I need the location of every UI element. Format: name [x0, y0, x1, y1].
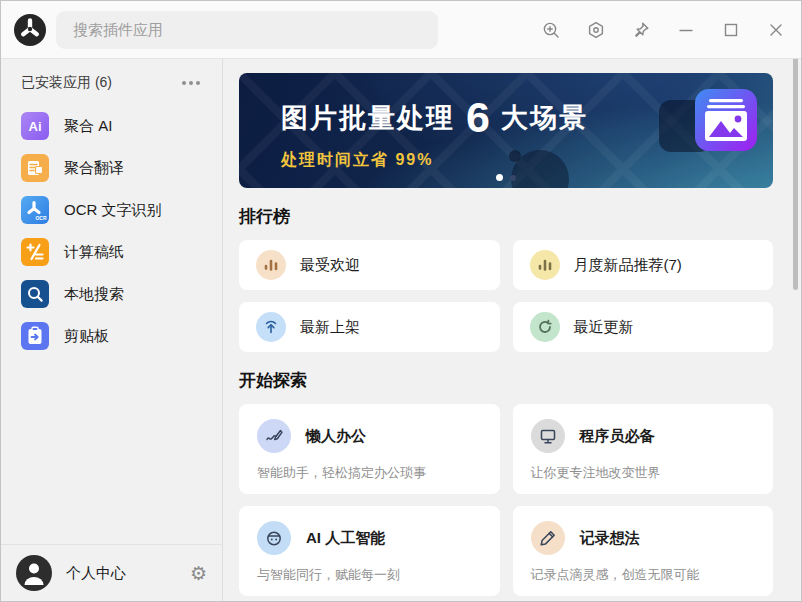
personal-center-label[interactable]: 个人中心 [66, 564, 126, 583]
sidebar-item-juhe-fanyi[interactable]: 聚合翻译 [1, 147, 222, 189]
rank-card-recently-updated[interactable]: 最近更新 [513, 302, 774, 352]
explore-card-desc: 记录点滴灵感，创造无限可能 [531, 566, 756, 584]
explore-card-grid: 懒人办公 智能助手，轻松搞定办公琐事 程序员必备 让你更专注地改变世界 [239, 404, 773, 596]
maximize-icon[interactable] [721, 20, 741, 40]
explore-card-label: 懒人办公 [306, 427, 366, 446]
pencil-icon [531, 521, 565, 555]
sidebar-item-jisuan-gaozhi[interactable]: 计算稿纸 [1, 231, 222, 273]
more-options-icon[interactable] [180, 77, 202, 89]
explore-card-label: 程序员必备 [580, 427, 655, 446]
explore-card-lazy-office[interactable]: 懒人办公 智能助手，轻松搞定办公琐事 [239, 404, 500, 494]
zoom-in-icon[interactable] [541, 20, 561, 40]
rank-card-label: 最新上架 [300, 318, 360, 337]
explore-card-desc: 智能助手，轻松搞定办公琐事 [257, 464, 482, 482]
top-bar [1, 1, 801, 59]
explore-card-desc: 与智能同行，赋能每一刻 [257, 566, 482, 584]
settings-hexagon-icon[interactable] [586, 20, 606, 40]
carousel-dot-active[interactable] [496, 174, 503, 181]
sidebar-item-label: OCR 文字识别 [64, 201, 162, 220]
sidebar-item-jiantieban[interactable]: 剪贴板 [1, 315, 222, 357]
banner-title-number: 6 [466, 96, 490, 139]
rank-card-label: 最受欢迎 [300, 256, 360, 275]
sidebar-item-juhe-ai[interactable]: Ai 聚合 AI [1, 105, 222, 147]
local-search-badge-icon [21, 280, 49, 308]
translate-badge-icon [21, 154, 49, 182]
rank-section-title: 排行榜 [239, 205, 773, 228]
sidebar-item-label: 剪贴板 [64, 327, 109, 346]
chart-pen-icon [257, 419, 291, 453]
minimize-icon[interactable] [676, 20, 696, 40]
explore-card-desc: 让你更专注地改变世界 [531, 464, 756, 482]
sidebar-item-label: 计算稿纸 [64, 243, 124, 262]
carousel-dots [496, 174, 516, 181]
sidebar-item-label: 聚合翻译 [64, 159, 124, 178]
upload-arrow-icon [256, 312, 286, 342]
explore-card-programmer[interactable]: 程序员必备 让你更专注地改变世界 [513, 404, 774, 494]
installed-apps-label: 已安装应用 (6) [21, 74, 112, 92]
banner-title-suffix: 大场景 [501, 100, 588, 136]
robot-icon [257, 521, 291, 555]
banner-title: 图片批量处理 6 大场景 [281, 96, 588, 139]
monitor-icon [531, 419, 565, 453]
sidebar-header: 已安装应用 (6) [1, 59, 222, 92]
installed-app-list: Ai 聚合 AI 聚合翻译 OCR [1, 105, 222, 357]
svg-text:Ai: Ai [29, 119, 42, 134]
explore-card-ai[interactable]: AI 人工智能 与智能同行，赋能每一刻 [239, 506, 500, 596]
bar-chart-icon [530, 250, 560, 280]
svg-text:OCR: OCR [35, 215, 47, 221]
sidebar-item-bendi-sousuo[interactable]: 本地搜索 [1, 273, 222, 315]
ai-badge-icon: Ai [21, 112, 49, 140]
explore-card-label: 记录想法 [580, 529, 640, 548]
banner-subtitle: 处理时间立省 99% [281, 150, 588, 171]
sidebar-item-ocr[interactable]: OCR OCR 文字识别 [1, 189, 222, 231]
promo-banner[interactable]: 图片批量处理 6 大场景 处理时间立省 99% [239, 73, 773, 188]
rank-card-most-popular[interactable]: 最受欢迎 [239, 240, 500, 290]
sidebar: 已安装应用 (6) Ai 聚合 AI 聚合翻译 [1, 59, 223, 601]
explore-card-notes[interactable]: 记录想法 记录点滴灵感，创造无限可能 [513, 506, 774, 596]
main-content: 图片批量处理 6 大场景 处理时间立省 99% 排 [224, 59, 801, 601]
image-app-icon [695, 89, 757, 151]
rank-card-label: 最近更新 [574, 318, 634, 337]
rank-card-label: 月度新品推荐(7) [574, 256, 682, 275]
gear-icon[interactable]: ⚙ [190, 564, 207, 583]
rank-card-newly-listed[interactable]: 最新上架 [239, 302, 500, 352]
explore-card-label: AI 人工智能 [306, 529, 385, 548]
sidebar-item-label: 聚合 AI [64, 117, 112, 136]
banner-title-prefix: 图片批量处理 [281, 100, 455, 136]
rank-card-grid: 最受欢迎 月度新品推荐(7) 最新上架 [239, 240, 773, 352]
ocr-badge-icon: OCR [21, 196, 49, 224]
search-input[interactable] [56, 11, 438, 49]
close-icon[interactable] [766, 20, 786, 40]
app-logo-icon [13, 13, 47, 47]
app-window: 已安装应用 (6) Ai 聚合 AI 聚合翻译 [0, 0, 802, 602]
clipboard-badge-icon [21, 322, 49, 350]
banner-text: 图片批量处理 6 大场景 处理时间立省 99% [281, 96, 588, 171]
explore-section-title: 开始探索 [239, 369, 773, 392]
sidebar-item-label: 本地搜索 [64, 285, 124, 304]
calculator-badge-icon [21, 238, 49, 266]
pin-icon[interactable] [631, 20, 651, 40]
window-controls [541, 1, 786, 59]
refresh-icon [530, 312, 560, 342]
rank-card-monthly-new[interactable]: 月度新品推荐(7) [513, 240, 774, 290]
carousel-dot[interactable] [510, 175, 516, 181]
bar-chart-icon [256, 250, 286, 280]
sidebar-footer: 个人中心 ⚙ [1, 544, 222, 601]
avatar[interactable] [16, 555, 52, 591]
